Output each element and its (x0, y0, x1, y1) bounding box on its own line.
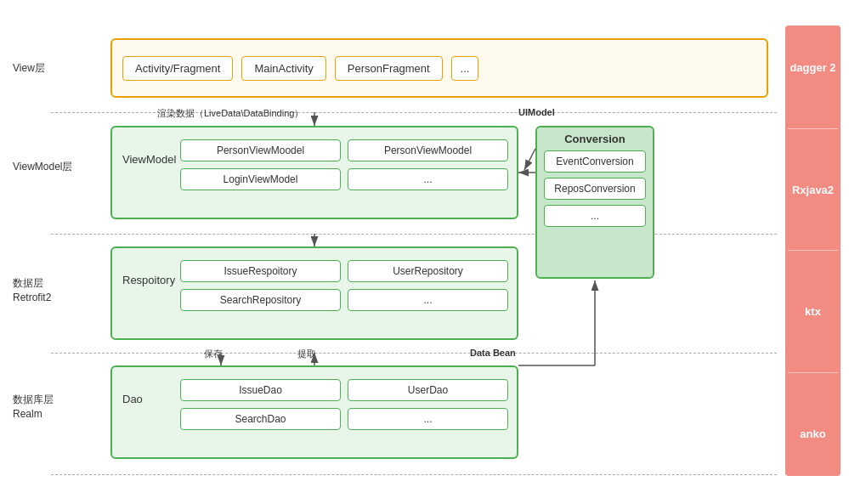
person-viewmodel-2: PersonViewMoodel (348, 139, 508, 161)
right-bar-ktx: ktx (805, 305, 821, 318)
person-fragment-box: PersonFragment (335, 56, 443, 81)
search-dao: SearchDao (180, 408, 341, 430)
repo-layer-box: Respoitory IssueRespoitory UserRepositor… (110, 246, 518, 340)
issue-respoitory: IssueRespoitory (180, 260, 341, 282)
view-dots: ... (451, 56, 479, 81)
right-bar-rxjava: Rxjava2 (792, 184, 834, 196)
right-bar-dagger: dagger 2 (790, 61, 835, 74)
person-viewmodel-1: PersonViewMoodel (180, 139, 341, 161)
save-annotation: 保存 (204, 348, 223, 360)
repo-dots: ... (348, 289, 508, 311)
data-layer-label: 数据层 Retrofit2 (13, 276, 51, 305)
right-sidebar: dagger 2 Rxjava2 ktx anko (785, 25, 841, 476)
fetch-annotation: 提取 (297, 348, 316, 360)
viewmodel-layer-box: ViewModel PersonViewMoodel PersonViewMoo… (110, 126, 518, 219)
conversion-dots: ... (544, 205, 646, 227)
conversion-title: Conversion (544, 133, 646, 145)
viewmodel-layer-label: ViewModel层 (13, 160, 72, 174)
activity-fragment-box: Activity/Fragment (122, 56, 233, 81)
separator-4 (51, 474, 777, 475)
separator-3 (51, 353, 777, 354)
main-activity-box: MainActivity (241, 56, 325, 81)
database-layer-label: 数据库层 Realm (13, 393, 54, 422)
event-conversion: EventConversion (544, 150, 646, 173)
issue-dao: IssueDao (180, 379, 341, 401)
viewmodel-dots: ... (348, 168, 508, 190)
separator-2 (51, 234, 777, 235)
search-repository: SearchRepository (180, 289, 341, 311)
dao-layer-box: Dao IssueDao UserDao SearchDao ... (110, 365, 518, 459)
right-bar-anko: anko (800, 428, 825, 440)
dao-inner-label: Dao (122, 393, 143, 405)
dao-dots: ... (348, 408, 508, 430)
svg-line-3 (524, 149, 535, 170)
repos-conversion: ReposConversion (544, 178, 646, 200)
login-viewmodel: LoginViewModel (180, 168, 341, 190)
conversion-box: Conversion EventConversion ReposConversi… (535, 126, 654, 279)
data-bean-annotation: Data Bean (470, 348, 516, 358)
view-layer-label: View层 (13, 61, 45, 76)
render-data-annotation: 渲染数据（LiveData\DataBinding） (157, 107, 303, 120)
user-dao: UserDao (348, 379, 508, 401)
viewmodel-inner-label: ViewModel (122, 153, 176, 166)
user-repository: UserRepository (348, 260, 508, 282)
view-layer-box: Activity/Fragment MainActivity PersonFra… (110, 38, 768, 98)
uimodel-annotation: UIModel (518, 107, 555, 117)
diagram-container: dagger 2 Rxjava2 ktx anko View层 ViewMode… (0, 0, 849, 504)
repo-inner-label: Respoitory (122, 274, 175, 286)
